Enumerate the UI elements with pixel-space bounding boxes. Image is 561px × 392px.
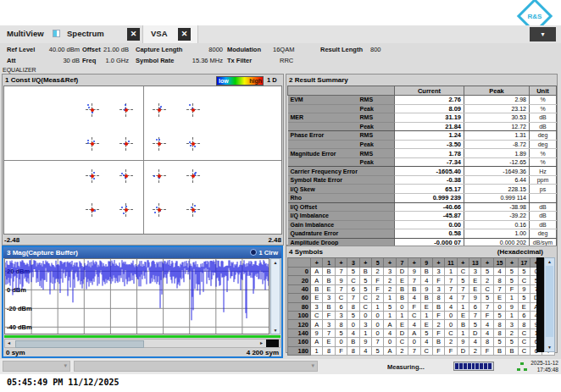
symbol-cell: 8: [335, 320, 347, 329]
result-cell: %: [530, 104, 557, 113]
constellation-point: [153, 203, 166, 217]
symbol-cell: 5: [347, 311, 359, 319]
result-length-value[interactable]: 800: [370, 46, 381, 53]
offset-value[interactable]: 21.00 dB: [95, 46, 129, 53]
result-cell: -39.22: [464, 212, 530, 221]
symbol-cell: F: [506, 284, 518, 293]
symbol-cell: 8: [493, 329, 505, 337]
scrollbar-thumb[interactable]: [15, 340, 144, 348]
scroll-up-icon[interactable]: ▲: [271, 259, 280, 266]
modulation-value[interactable]: 16QAM: [273, 46, 294, 53]
symbol-cell: 2: [469, 346, 481, 355]
symbol-cell: 9: [359, 338, 371, 346]
result-cell: 8.09: [395, 104, 464, 113]
symbols-row: 20AB9C5F2E74F75E285C5E: [288, 276, 555, 284]
constellation-plot[interactable]: [3, 86, 282, 235]
symbol-cell: 5: [359, 284, 371, 293]
window4-header[interactable]: 4 Symbols (Hexadecimal): [286, 246, 557, 257]
symbol-cell: 5: [493, 311, 505, 319]
result-cell: Peak: [358, 140, 395, 149]
result-cell: 0.00: [395, 220, 464, 229]
symbols-col-header: 11: [445, 258, 457, 268]
symbol-cell: E: [493, 294, 505, 302]
result-cell: MER: [288, 113, 358, 123]
result-cell: Peak: [358, 157, 395, 167]
constellation-point: [119, 137, 133, 151]
mag-horizontal-scrollbar[interactable]: ◂ ▸: [4, 339, 280, 348]
result-cell: %: [530, 149, 557, 158]
legend-low-label: low: [219, 77, 229, 85]
x-max-label: 2.48: [268, 235, 281, 246]
symbol-cell: 5: [493, 338, 505, 346]
symbol-cell: 8: [493, 276, 505, 284]
density-color-legend: low high: [216, 76, 264, 86]
symbol-cell: C: [481, 284, 493, 293]
symbol-cell: B: [323, 268, 335, 276]
symbol-cell: 5: [469, 320, 481, 329]
symbol-rate-value[interactable]: 15.36 MHz: [185, 57, 223, 64]
capture-length-value[interactable]: 8000: [185, 46, 223, 53]
result-cell: 65.17: [395, 185, 464, 194]
symbols-scroll-down-icon[interactable]: ▼: [545, 344, 554, 351]
window-symbols[interactable]: 4 Symbols (Hexadecimal) +1+3+5+7+9+11+13…: [286, 246, 558, 353]
symbol-cell: B: [359, 268, 371, 276]
window-constellation[interactable]: 1 Const I/Q(Meas&Ref) low high 1 D -2.48…: [2, 74, 284, 246]
window2-header[interactable]: 2 Result Summary: [286, 75, 557, 86]
symbol-cell: F: [323, 311, 335, 319]
constellation-point: [86, 169, 99, 183]
result-cell: dB: [530, 113, 557, 123]
symbol-cell: F: [371, 276, 383, 284]
mag-plot[interactable]: 20 dBm0 dBm-20 dBm-40 dBm: [4, 258, 269, 334]
scrollbar-corner-box[interactable]: [266, 340, 279, 347]
status-dropdown-left[interactable]: ▾: [3, 361, 70, 372]
result-cell: [358, 212, 395, 221]
symbol-cell: 0: [493, 302, 505, 311]
symbols-row-label: 140: [288, 329, 311, 337]
result-cell: Carrier Frequency Error: [288, 167, 358, 176]
status-dropdown-right[interactable]: ▾: [74, 361, 318, 372]
symbols-col-header: 15: [493, 258, 505, 268]
window3-header[interactable]: 3 Mag(Capture Buffer) 1 Clrw: [3, 247, 281, 258]
freq-value[interactable]: 1.0 GHz: [95, 57, 129, 64]
symbol-cell: 0: [371, 329, 383, 337]
result-cell: [358, 220, 395, 229]
window-mag-capture-buffer[interactable]: 3 Mag(Capture Buffer) 1 Clrw 20 dBm0 dBm…: [2, 246, 283, 358]
symbols-scroll-up-icon[interactable]: ▲: [545, 258, 554, 266]
symbol-cell: 8: [493, 320, 505, 329]
mag-vertical-scrollbar[interactable]: ▲ ▼: [270, 258, 280, 334]
close-vsa-tab-icon[interactable]: ✕: [178, 28, 191, 41]
constellation-x-axis-line: [4, 160, 281, 161]
modulation-label: Modulation: [227, 46, 261, 53]
scroll-left-icon[interactable]: ◂: [8, 340, 10, 347]
capture-status-bar: [4, 335, 280, 338]
window-menu-button[interactable]: ▾: [530, 27, 556, 41]
att-value[interactable]: 30 dB: [36, 57, 80, 64]
symbol-cell: 7: [371, 338, 383, 346]
symbol-cell: 9: [469, 294, 481, 302]
result-cell: -8.72: [464, 140, 530, 149]
result-cell: -38.98: [464, 202, 530, 212]
tab-spectrum[interactable]: Spectrum: [67, 29, 104, 38]
scroll-right-icon[interactable]: ▸: [260, 340, 263, 347]
result-cell: RMS: [358, 96, 395, 105]
result-cell: 21.84: [395, 122, 464, 131]
ref-level-value[interactable]: 40.00 dBm: [36, 46, 80, 53]
symbols-scrollbar[interactable]: ▲ ▼: [544, 257, 555, 352]
tab-multiview[interactable]: MultiView: [7, 29, 44, 38]
symbol-cell: 1: [384, 311, 396, 319]
scroll-down-icon[interactable]: ▼: [271, 327, 280, 334]
result-cell: Hz: [530, 167, 557, 176]
symbols-row: 60E3C7C21B4B84795E15D9: [288, 294, 555, 302]
symbol-cell: E: [323, 284, 335, 293]
freq-label: Freq: [82, 57, 96, 64]
window-result-summary[interactable]: 2 Result Summary Current Peak Unit EVMRM…: [286, 74, 558, 246]
result-cell: Symbol Rate Error: [288, 175, 358, 185]
symbol-cell: E: [420, 320, 432, 329]
window1-header[interactable]: 1 Const I/Q(Meas&Ref) low high 1 D: [3, 75, 283, 86]
symbol-cell: 3: [359, 320, 371, 329]
symbols-scrollbar-thumb[interactable]: [546, 266, 553, 337]
close-spectrum-tab-icon[interactable]: ✕: [127, 28, 140, 41]
tx-filter-value[interactable]: RRC: [280, 57, 293, 64]
tab-bar: MultiView Spectrum ✕ VSA ✕ ▾: [0, 25, 561, 43]
symbol-cell: B: [506, 346, 518, 355]
